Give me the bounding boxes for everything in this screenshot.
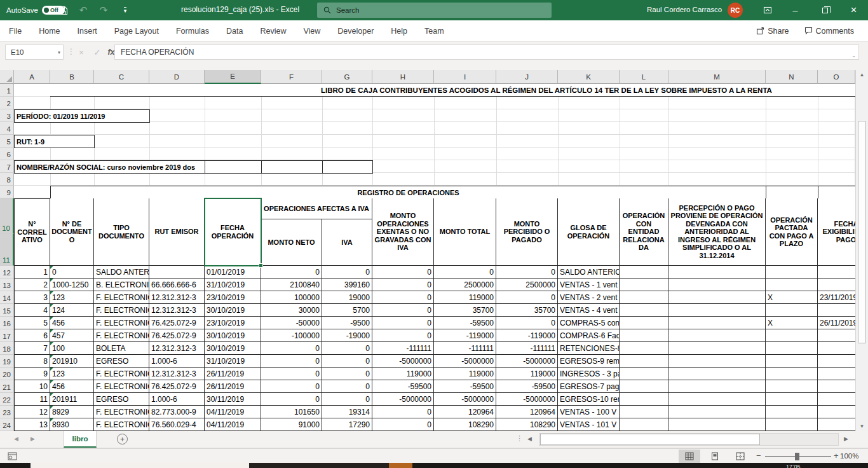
column-header-M[interactable]: M	[668, 70, 766, 84]
cell-K13[interactable]: VENTAS - 1 vent	[558, 279, 620, 291]
tab-developer[interactable]: Developer	[337, 27, 374, 36]
formula-bar-expand-icon[interactable]: ⌄	[851, 53, 856, 59]
cell-A21[interactable]: 10	[14, 380, 50, 393]
cell-G24[interactable]: 17290	[322, 418, 372, 431]
header-cell-operaciones-afectas-iva[interactable]: OPERACIONES AFECTAS A IVA	[261, 198, 372, 219]
cell-H15[interactable]: 0	[372, 304, 434, 317]
view-page-layout-button[interactable]	[704, 450, 726, 463]
cell-M12[interactable]	[668, 266, 766, 279]
cell-H19[interactable]: -5000000	[372, 355, 434, 368]
sheet-nav-right-icon[interactable]: ▶	[31, 436, 35, 442]
cell-B24[interactable]: 8930	[50, 418, 94, 431]
user-name[interactable]: Raul Cordero Carrasco	[647, 6, 722, 13]
cell-M17[interactable]	[668, 329, 766, 342]
header-cell-monto-total[interactable]: MONTO TOTAL	[434, 198, 496, 266]
cell-J14[interactable]: 0	[496, 291, 558, 304]
cell-I22[interactable]: -5000000	[434, 393, 496, 406]
cell-B13[interactable]: 1000-1250	[50, 279, 94, 291]
cell-J17[interactable]: -119000	[496, 329, 558, 342]
minimize-button[interactable]: –	[781, 0, 810, 20]
cell-J18[interactable]: -111111	[496, 342, 558, 355]
column-header-B[interactable]: B	[50, 70, 94, 84]
cell-N16[interactable]: X	[766, 317, 818, 329]
cell-B16[interactable]: 456	[50, 317, 94, 329]
cell-I16[interactable]: -59500	[434, 317, 496, 329]
cell-G7[interactable]	[322, 160, 373, 174]
row-header-23[interactable]: 23	[0, 406, 14, 418]
header-cell-iva[interactable]: IVA	[322, 219, 372, 266]
cell-L19[interactable]	[620, 355, 668, 368]
cell-L21[interactable]	[620, 380, 668, 393]
close-button[interactable]: ×	[839, 0, 868, 20]
cell-O19[interactable]	[818, 355, 855, 368]
row-header-3[interactable]: 3	[0, 109, 14, 122]
cell-O20[interactable]	[818, 368, 855, 380]
row-header-14[interactable]: 14	[0, 291, 14, 304]
cell-B23[interactable]: 8929	[50, 406, 94, 418]
cell-F7[interactable]	[261, 160, 323, 174]
cell-K24[interactable]: VENTAS - 101 V	[558, 418, 620, 431]
cell-C13[interactable]: B. ELECTRONICA	[94, 279, 149, 291]
cell-N13[interactable]	[766, 279, 818, 291]
cell-C15[interactable]: F. ELECTRONICA	[94, 304, 149, 317]
cell-I20[interactable]: 119000	[434, 368, 496, 380]
cell-K17[interactable]: COMPRAS-6 Fac	[558, 329, 620, 342]
cell-N20[interactable]	[766, 368, 818, 380]
cell-A13[interactable]: 2	[14, 279, 50, 291]
horizontal-scrollbar-thumb[interactable]	[540, 434, 760, 445]
formula-input[interactable]: FECHA OPERACIÓN ⌄	[114, 45, 859, 60]
column-header-I[interactable]: I	[434, 70, 496, 84]
cell-A19[interactable]: 8	[14, 355, 50, 368]
cell-K20[interactable]: INGRESOS - 3 pa	[558, 368, 620, 380]
cell-registro-de-operaciones[interactable]: REGISTRO DE OPERACIONES	[50, 186, 766, 199]
cell-G20[interactable]: 0	[322, 368, 372, 380]
row-header-4[interactable]: 4	[0, 122, 14, 135]
cell-F18[interactable]: 0	[261, 342, 322, 355]
tab-team[interactable]: Team	[424, 27, 444, 36]
cell-B14[interactable]: 123	[50, 291, 94, 304]
row-header-21[interactable]: 21	[0, 380, 14, 393]
cell-G23[interactable]: 19314	[322, 406, 372, 418]
tab-page-layout[interactable]: Page Layout	[114, 27, 159, 36]
cell-C17[interactable]: F. ELECTRONICA	[94, 329, 149, 342]
add-sheet-button[interactable]: +	[117, 434, 128, 444]
header-cell-monto-exentas[interactable]: MONTO OPERACIONES EXENTAS O NO GRAVADAS …	[372, 198, 434, 266]
cell-B15[interactable]: 124	[50, 304, 94, 317]
cell-O18[interactable]	[818, 342, 855, 355]
row-header-8[interactable]: 8	[0, 173, 14, 186]
tab-help[interactable]: Help	[391, 27, 407, 36]
cell-D13[interactable]: 66.666.666-6	[149, 279, 205, 291]
cell-D12[interactable]	[149, 266, 205, 279]
scrollbar-grip-icon[interactable]: ⋮	[516, 434, 522, 443]
cell-I14[interactable]: 119000	[434, 291, 496, 304]
cell-O9[interactable]	[818, 186, 855, 199]
cell-E15[interactable]: 30/10/2019	[205, 304, 261, 317]
cell-L15[interactable]	[620, 304, 668, 317]
header-cell-glosa[interactable]: GLOSA DE OPERACIÓN	[558, 198, 620, 266]
cell-J21[interactable]: -59500	[496, 380, 558, 393]
cell-M22[interactable]	[668, 393, 766, 406]
cell-N24[interactable]	[766, 418, 818, 431]
scroll-left-icon[interactable]: ◀	[527, 436, 532, 442]
row-header-24[interactable]: 24	[0, 418, 14, 431]
cell-C18[interactable]: BOLETA	[94, 342, 149, 355]
cell-O14[interactable]: 23/11/2019	[818, 291, 855, 304]
cell-O13[interactable]	[818, 279, 855, 291]
column-header-H[interactable]: H	[372, 70, 434, 84]
select-all-button[interactable]	[0, 70, 14, 84]
cell-N17[interactable]	[766, 329, 818, 342]
cell-F17[interactable]: -100000	[261, 329, 322, 342]
cell-J24[interactable]: 108290	[496, 418, 558, 431]
cell-nombre-razon-social[interactable]: NOMBRE/RAZÓN SOCIAL: curso noviembre 201…	[14, 160, 205, 174]
quick-access-customize-button[interactable]: ▾	[117, 3, 133, 18]
cell-J20[interactable]: 119000	[496, 368, 558, 380]
cell-D20[interactable]: 12.312.312-3	[149, 368, 205, 380]
header-cell-entidad-relacionada[interactable]: OPERACIÓN CON ENTIDAD RELACIONADA	[620, 198, 668, 266]
cell-B17[interactable]: 457	[50, 329, 94, 342]
cell-C19[interactable]: EGRESO	[94, 355, 149, 368]
cell-K22[interactable]: EGRESOS-10 rem	[558, 393, 620, 406]
row-header-11[interactable]: 11	[0, 234, 14, 266]
scroll-down-icon[interactable]: ▼	[856, 423, 868, 429]
row-header-6[interactable]: 6	[0, 148, 14, 160]
cell-O17[interactable]	[818, 329, 855, 342]
